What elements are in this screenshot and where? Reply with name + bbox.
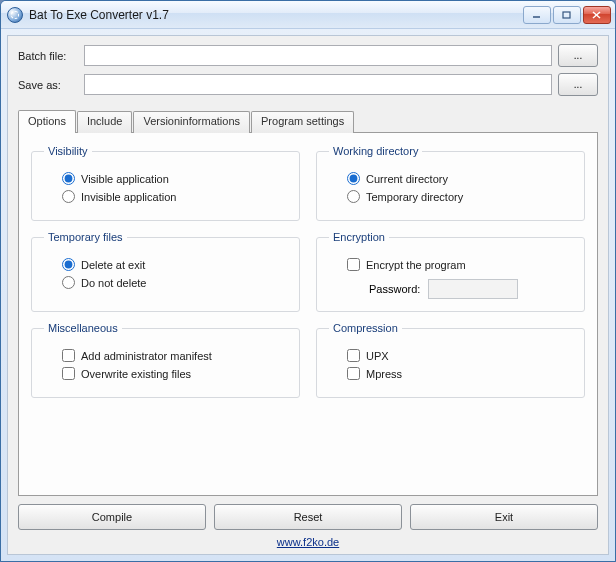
mpress-label: Mpress bbox=[366, 368, 402, 380]
action-buttons: Compile Reset Exit bbox=[18, 504, 598, 530]
encrypt-label: Encrypt the program bbox=[366, 259, 466, 271]
tab-bar: Options Include Versioninformations Prog… bbox=[18, 111, 598, 133]
batch-file-label: Batch file: bbox=[18, 50, 78, 62]
batch-file-input[interactable] bbox=[84, 45, 552, 66]
delete-at-exit-label: Delete at exit bbox=[81, 259, 145, 271]
svg-rect-1 bbox=[563, 12, 570, 18]
reset-button[interactable]: Reset bbox=[214, 504, 402, 530]
visible-app-label: Visible application bbox=[81, 173, 169, 185]
working-directory-group: Working directory Current directory Temp… bbox=[316, 145, 585, 221]
client-area: Batch file: ... Save as: ... Options Inc… bbox=[7, 35, 609, 555]
encryption-legend: Encryption bbox=[329, 231, 389, 243]
overwrite-checkbox[interactable] bbox=[62, 367, 75, 380]
upx-checkbox[interactable] bbox=[347, 349, 360, 362]
encryption-group: Encryption Encrypt the program Password: bbox=[316, 231, 585, 312]
do-not-delete-label: Do not delete bbox=[81, 277, 146, 289]
current-directory-radio[interactable] bbox=[347, 172, 360, 185]
batch-file-browse-button[interactable]: ... bbox=[558, 44, 598, 67]
minimize-button[interactable] bbox=[523, 6, 551, 24]
window-title: Bat To Exe Converter v1.7 bbox=[29, 8, 523, 22]
compile-button[interactable]: Compile bbox=[18, 504, 206, 530]
save-as-browse-button[interactable]: ... bbox=[558, 73, 598, 96]
close-button[interactable] bbox=[583, 6, 611, 24]
visibility-legend: Visibility bbox=[44, 145, 92, 157]
footer: www.f2ko.de bbox=[18, 536, 598, 548]
save-as-label: Save as: bbox=[18, 79, 78, 91]
overwrite-label: Overwrite existing files bbox=[81, 368, 191, 380]
titlebar[interactable]: Bat To Exe Converter v1.7 bbox=[1, 1, 615, 29]
temporary-directory-radio[interactable] bbox=[347, 190, 360, 203]
misc-legend: Miscellaneous bbox=[44, 322, 122, 334]
temporary-files-legend: Temporary files bbox=[44, 231, 127, 243]
options-pane: Visibility Visible application Invisible… bbox=[18, 132, 598, 496]
window-controls bbox=[523, 6, 611, 24]
delete-at-exit-radio[interactable] bbox=[62, 258, 75, 271]
file-selection: Batch file: ... Save as: ... bbox=[18, 44, 598, 102]
visibility-group: Visibility Visible application Invisible… bbox=[31, 145, 300, 221]
password-label: Password: bbox=[369, 283, 420, 295]
password-input[interactable] bbox=[428, 279, 518, 299]
website-link[interactable]: www.f2ko.de bbox=[277, 536, 339, 548]
tab-include[interactable]: Include bbox=[77, 111, 132, 133]
working-directory-legend: Working directory bbox=[329, 145, 422, 157]
admin-manifest-checkbox[interactable] bbox=[62, 349, 75, 362]
admin-manifest-label: Add administrator manifest bbox=[81, 350, 212, 362]
exit-button[interactable]: Exit bbox=[410, 504, 598, 530]
invisible-app-radio[interactable] bbox=[62, 190, 75, 203]
invisible-app-label: Invisible application bbox=[81, 191, 176, 203]
visible-app-radio[interactable] bbox=[62, 172, 75, 185]
temporary-directory-label: Temporary directory bbox=[366, 191, 463, 203]
app-icon bbox=[7, 7, 23, 23]
tab-options[interactable]: Options bbox=[18, 110, 76, 132]
temporary-files-group: Temporary files Delete at exit Do not de… bbox=[31, 231, 300, 312]
maximize-button[interactable] bbox=[553, 6, 581, 24]
tab-program-settings[interactable]: Program settings bbox=[251, 111, 354, 133]
save-as-input[interactable] bbox=[84, 74, 552, 95]
tab-versioninfo[interactable]: Versioninformations bbox=[133, 111, 250, 133]
main-window: Bat To Exe Converter v1.7 Batch file: ..… bbox=[0, 0, 616, 562]
do-not-delete-radio[interactable] bbox=[62, 276, 75, 289]
mpress-checkbox[interactable] bbox=[347, 367, 360, 380]
misc-group: Miscellaneous Add administrator manifest… bbox=[31, 322, 300, 398]
compression-group: Compression UPX Mpress bbox=[316, 322, 585, 398]
upx-label: UPX bbox=[366, 350, 389, 362]
compression-legend: Compression bbox=[329, 322, 402, 334]
encrypt-checkbox[interactable] bbox=[347, 258, 360, 271]
current-directory-label: Current directory bbox=[366, 173, 448, 185]
